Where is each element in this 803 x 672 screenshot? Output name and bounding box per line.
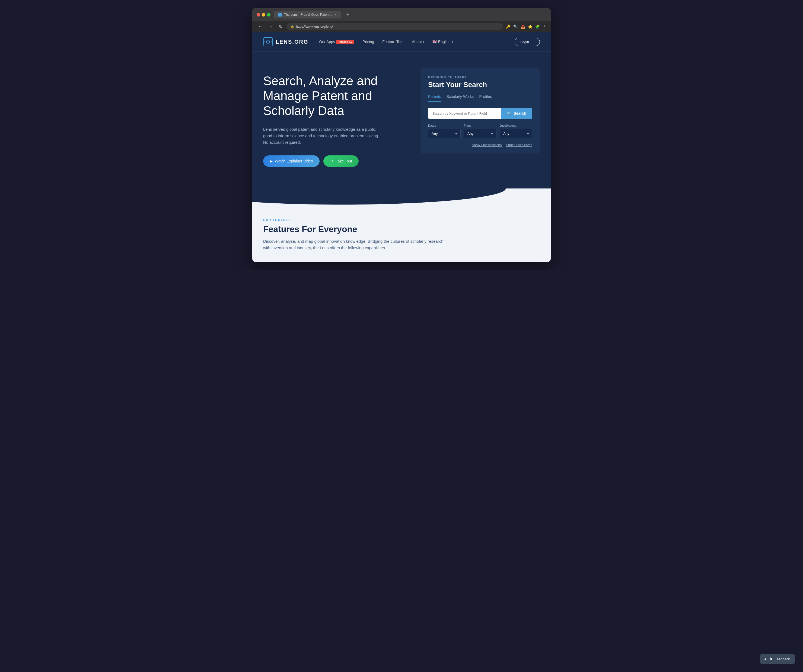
flag-icon: 🏳 (330, 159, 334, 163)
hero-section: Search, Analyze and Manage Patent and Sc… (252, 52, 551, 188)
play-icon: ▶ (270, 159, 273, 163)
menu-icon[interactable]: ⋮ (543, 24, 546, 29)
tab-scholarly-works[interactable]: Scholarly Works (446, 94, 474, 102)
dates-filter-group: Dates Any (428, 124, 461, 138)
search-footer-links: Show Classifications Structured Search (428, 143, 532, 147)
flags-label: Flags (464, 124, 496, 127)
main-nav: LENS.ORG Our Apps ▾ Release 8.2 Pricing … (252, 32, 551, 52)
new-tab-button[interactable]: + (344, 12, 351, 18)
close-window-dot[interactable] (257, 13, 260, 16)
jurisdictions-select[interactable]: Any (500, 129, 532, 138)
dates-label: Dates (428, 124, 461, 127)
lock-icon: 🔒 (291, 25, 294, 28)
bridging-label: BRIDGING CULTURES (428, 76, 532, 79)
jurisdictions-label: Jusridictions (500, 124, 532, 127)
flags-filter-group: Flags Any (464, 124, 496, 138)
tab-patents[interactable]: Patents (428, 94, 441, 102)
maximize-window-dot[interactable] (267, 13, 270, 16)
nav-about[interactable]: About ▾ (412, 40, 424, 44)
hero-title: Search, Analyze and Manage Patent and Sc… (263, 73, 410, 118)
features-title: Features For Everyone (263, 224, 540, 234)
browser-tab[interactable]: The Lens - Free & Open Patent... × (274, 11, 341, 18)
nav-right: Login → (515, 38, 540, 46)
search-button[interactable]: 🔍 Search (501, 108, 532, 119)
svg-point-1 (267, 40, 270, 44)
search-input[interactable] (428, 108, 501, 119)
forward-button[interactable]: → (267, 24, 275, 29)
nav-pricing[interactable]: Pricing (362, 40, 374, 44)
nav-our-apps[interactable]: Our Apps ▾ Release 8.2 (319, 40, 354, 44)
tab-profiles[interactable]: Profiles (479, 94, 492, 102)
extension-icon[interactable]: 🧩 (535, 24, 540, 29)
search-tabs: Patents Scholarly Works Profiles (428, 94, 532, 102)
release-badge: Release 8.2 (336, 40, 354, 44)
nav-links: Our Apps ▾ Release 8.2 Pricing Feature T… (319, 40, 515, 44)
dates-select[interactable]: Any (428, 129, 461, 138)
search-icon[interactable]: 🔍 (513, 24, 518, 29)
hero-description: Lens serves global patent and scholarly … (263, 126, 382, 146)
hero-left: Search, Analyze and Manage Patent and Sc… (263, 68, 410, 167)
logo-text: LENS.ORG (276, 39, 308, 45)
flags-select[interactable]: Any (464, 129, 496, 138)
logo-icon (263, 37, 273, 47)
browser-window: The Lens - Free & Open Patent... × + ← →… (252, 8, 551, 262)
address-bar[interactable]: 🔒 https://www.lens.org/lens/ (287, 23, 503, 30)
filter-row: Dates Any Flags Any Jusridictions (428, 124, 532, 138)
browser-addressbar: ← → ↻ 🔒 https://www.lens.org/lens/ 🔑 🔍 📤… (252, 21, 551, 32)
english-chevron-icon: ▾ (452, 41, 453, 44)
nav-feature-tour[interactable]: Feature Tour (382, 40, 404, 44)
tab-favicon (278, 13, 282, 16)
key-icon: 🔑 (506, 24, 510, 29)
toolbar-icons: 🔑 🔍 📤 ⭐ 🧩 ⋮ (506, 24, 546, 29)
login-button[interactable]: Login → (515, 38, 540, 46)
features-section-label: OUR TOOLSET (263, 218, 540, 222)
search-panel: BRIDGING CULTURES Start Your Search Pate… (421, 68, 540, 154)
share-icon[interactable]: 📤 (520, 24, 525, 29)
wave-divider (252, 188, 551, 205)
login-arrow-icon: → (531, 40, 534, 44)
features-description: Discover, analyse, and map global innova… (263, 238, 448, 251)
hero-buttons: ▶ Watch Explainer Video 🏳 Take Tour (263, 156, 410, 167)
features-section: OUR TOOLSET Features For Everyone Discov… (252, 205, 551, 262)
browser-titlebar: The Lens - Free & Open Patent... × + (252, 8, 551, 21)
nav-english[interactable]: 🇬🇧 English ▾ (432, 40, 453, 44)
search-panel-title: Start Your Search (428, 81, 532, 89)
window-controls (257, 13, 270, 16)
search-input-row: 🔍 Search (428, 108, 532, 119)
tab-title: The Lens - Free & Open Patent... (284, 13, 332, 16)
structured-search-link[interactable]: Structured Search (506, 143, 532, 147)
page-content: LENS.ORG Our Apps ▾ Release 8.2 Pricing … (252, 32, 551, 262)
back-button[interactable]: ← (257, 24, 264, 29)
flag-icon: 🇬🇧 (432, 40, 437, 44)
logo[interactable]: LENS.ORG (263, 37, 308, 47)
url-text: https://www.lens.org/lens/ (296, 25, 333, 28)
show-classifications-link[interactable]: Show Classifications (472, 143, 502, 147)
minimize-window-dot[interactable] (262, 13, 265, 16)
tab-close-button[interactable]: × (334, 13, 336, 17)
about-chevron-icon: ▾ (423, 41, 424, 44)
watch-video-button[interactable]: ▶ Watch Explainer Video (263, 156, 320, 167)
search-icon: 🔍 (507, 111, 511, 115)
refresh-button[interactable]: ↻ (277, 24, 284, 30)
jurisdictions-filter-group: Jusridictions Any (500, 124, 532, 138)
bookmark-icon[interactable]: ⭐ (528, 24, 533, 29)
take-tour-button[interactable]: 🏳 Take Tour (323, 156, 359, 167)
